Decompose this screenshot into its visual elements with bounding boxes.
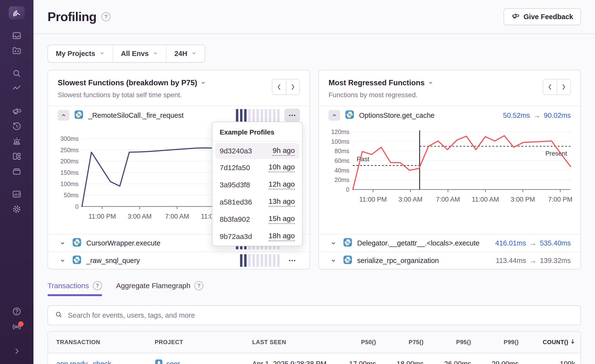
svg-text:100ms: 100ms bbox=[60, 181, 79, 187]
sidebar-item-replays[interactable] bbox=[9, 121, 24, 132]
col-p50[interactable]: P50() bbox=[334, 339, 381, 346]
sidebar-item-releases[interactable] bbox=[9, 166, 24, 177]
profile-menu-item[interactable]: 9d3240a3 9h ago bbox=[215, 143, 299, 159]
sidebar-item-issues[interactable] bbox=[9, 30, 24, 42]
example-profiles-title: Example Profiles bbox=[212, 122, 302, 142]
chevron-down-icon[interactable] bbox=[428, 79, 433, 87]
profile-id: 9d3240a3 bbox=[220, 147, 252, 155]
sidebar-item-search[interactable] bbox=[9, 68, 24, 79]
function-row[interactable]: _raw_snql_query bbox=[48, 252, 310, 269]
tab-aggregate-flamegraph[interactable]: Aggregate Flamegraph ? bbox=[116, 281, 204, 296]
python-icon bbox=[74, 110, 83, 121]
tab-transactions-label: Transactions bbox=[48, 282, 89, 290]
chevron-down-icon[interactable] bbox=[329, 240, 338, 246]
date-range-filter[interactable]: 24H bbox=[166, 45, 205, 62]
chevron-down-icon[interactable] bbox=[329, 258, 338, 263]
sidebar-item-stats[interactable] bbox=[9, 189, 24, 200]
table-row[interactable]: app.ready._check seer Apr 1, 2025 9:28:3… bbox=[48, 353, 580, 364]
page-title: Profiling bbox=[48, 9, 96, 24]
regressed-card-pager bbox=[543, 79, 571, 95]
sidebar-item-alerts[interactable] bbox=[9, 136, 24, 147]
svg-text:120ms: 120ms bbox=[331, 128, 349, 135]
profile-age[interactable]: 9h ago bbox=[273, 146, 295, 156]
collapse-row-button[interactable] bbox=[329, 110, 340, 121]
profile-menu-item[interactable]: 8b3fa902 15h ago bbox=[212, 211, 302, 228]
profile-age[interactable]: 13h ago bbox=[269, 197, 295, 207]
chevron-down-icon[interactable] bbox=[58, 240, 67, 246]
next-page-button[interactable] bbox=[286, 79, 299, 95]
sentry-logo-icon bbox=[12, 8, 22, 18]
search-input[interactable] bbox=[68, 311, 574, 319]
function-row[interactable]: serialize_rpc_organization 113.44ms → 13… bbox=[319, 252, 580, 269]
function-sparkline bbox=[240, 254, 280, 267]
sidebar-collapse-toggle[interactable] bbox=[9, 346, 24, 357]
svg-text:0: 0 bbox=[75, 203, 79, 210]
after-value: 90.02ms bbox=[544, 111, 571, 119]
profile-age[interactable]: 15h ago bbox=[269, 214, 295, 224]
regression-values[interactable]: 50.52ms → 90.02ms bbox=[503, 111, 571, 119]
profile-age[interactable]: 10h ago bbox=[269, 163, 295, 172]
col-last-seen[interactable]: LAST SEEN bbox=[244, 339, 334, 346]
siren-icon bbox=[12, 136, 22, 147]
svg-text:50ms: 50ms bbox=[64, 192, 79, 198]
function-row[interactable]: Delegator.__getattr__.<locals>.execute 4… bbox=[319, 234, 580, 252]
prev-page-button[interactable] bbox=[543, 79, 557, 95]
sort-descending-icon bbox=[570, 339, 575, 346]
page-help-icon[interactable]: ? bbox=[101, 12, 111, 21]
col-p99[interactable]: P99() bbox=[476, 339, 524, 346]
function-name: serialize_rpc_organization bbox=[357, 257, 439, 265]
collapse-row-button[interactable] bbox=[58, 110, 69, 121]
after-value: 139.32ms bbox=[540, 257, 571, 265]
example-profiles-menu: Example Profiles 9d3240a3 9h ago 7d12fa5… bbox=[212, 122, 303, 246]
col-count-sorted[interactable]: COUNT() bbox=[524, 339, 579, 346]
col-project[interactable]: PROJECT bbox=[146, 339, 244, 346]
environments-filter[interactable]: All Envs bbox=[113, 45, 166, 62]
regression-values[interactable]: 113.44ms → 139.32ms bbox=[496, 257, 571, 265]
help-circle-icon bbox=[12, 306, 22, 317]
tab-transactions[interactable]: Transactions ? bbox=[48, 281, 102, 296]
profile-menu-item[interactable]: 7d12fa50 10h ago bbox=[212, 159, 302, 176]
give-feedback-button[interactable]: Give Feedback bbox=[504, 8, 581, 25]
tab-help-icon[interactable]: ? bbox=[93, 281, 102, 290]
sidebar-item-help[interactable] bbox=[9, 306, 24, 317]
profile-age[interactable]: 12h ago bbox=[269, 180, 295, 190]
profile-menu-item[interactable]: 3a95d3f8 12h ago bbox=[212, 176, 302, 193]
col-p75[interactable]: P75() bbox=[381, 339, 429, 346]
row-options-button[interactable] bbox=[284, 254, 300, 267]
col-p95[interactable]: P95() bbox=[429, 339, 476, 346]
profile-age[interactable]: 18h ago bbox=[269, 232, 295, 241]
count-value: 109k bbox=[524, 360, 579, 364]
sidebar-item-traces[interactable] bbox=[9, 83, 24, 95]
tab-help-icon[interactable]: ? bbox=[194, 281, 203, 290]
project-link[interactable]: seer bbox=[166, 360, 180, 364]
sentry-logo[interactable] bbox=[9, 6, 25, 19]
profile-menu-item[interactable]: 9b72aa3d 18h ago bbox=[212, 228, 302, 245]
projects-filter[interactable]: My Projects bbox=[48, 45, 113, 62]
transaction-link[interactable]: app.ready._check bbox=[56, 360, 111, 364]
svg-text:40ms: 40ms bbox=[335, 167, 349, 174]
row-options-button[interactable] bbox=[284, 109, 300, 122]
sidebar-item-explore[interactable] bbox=[9, 45, 24, 57]
svg-text:3:00 PM: 3:00 PM bbox=[511, 196, 535, 203]
col-transaction[interactable]: TRANSACTION bbox=[48, 339, 146, 346]
profile-menu-item[interactable]: a581ed36 13h ago bbox=[212, 193, 302, 211]
profile-id: 3a95d3f8 bbox=[220, 181, 250, 189]
prev-page-button[interactable] bbox=[272, 79, 286, 95]
sidebar-item-dashboards[interactable] bbox=[9, 151, 24, 162]
sidebar-item-feedback[interactable] bbox=[9, 106, 24, 117]
transactions-search bbox=[48, 305, 581, 325]
next-page-button[interactable] bbox=[557, 79, 570, 95]
svg-text:100ms: 100ms bbox=[331, 138, 349, 145]
regressed-card-subtitle: Functions by most regressed. bbox=[329, 91, 571, 99]
regression-line-chart: 020ms40ms60ms80ms100ms120ms11:00 PM3:00 … bbox=[329, 127, 572, 206]
sidebar-item-settings[interactable] bbox=[9, 204, 24, 215]
before-value: 416.01ms bbox=[495, 239, 526, 247]
sidebar-item-whats-new[interactable] bbox=[9, 321, 24, 332]
regression-values[interactable]: 416.01ms → 535.40ms bbox=[495, 239, 571, 247]
projects-filter-label: My Projects bbox=[56, 50, 95, 58]
gear-icon bbox=[12, 204, 22, 215]
chevron-down-icon[interactable] bbox=[58, 258, 67, 263]
function-row-expanded[interactable]: OptionsStore.get_cache 50.52ms → 90.02ms bbox=[319, 106, 580, 125]
regressed-chart: 020ms40ms60ms80ms100ms120ms11:00 PM3:00 … bbox=[319, 127, 580, 208]
chevron-down-icon[interactable] bbox=[201, 79, 206, 87]
